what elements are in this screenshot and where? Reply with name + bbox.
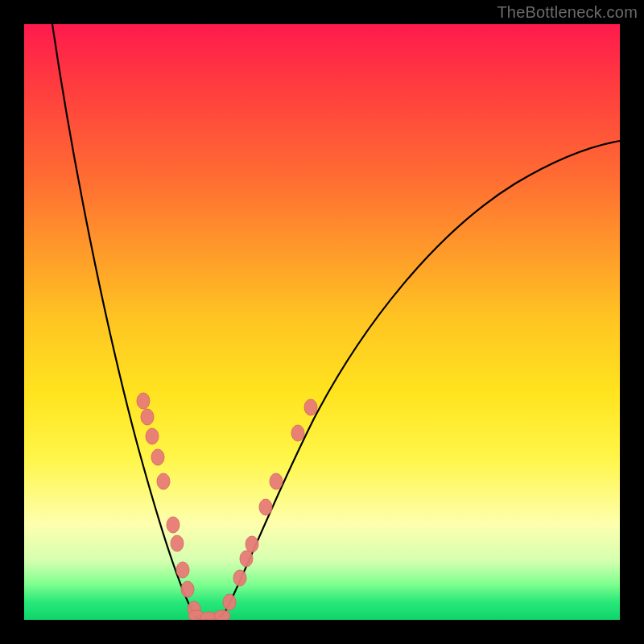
data-marker: [233, 570, 246, 586]
watermark-text: TheBottleneck.com: [497, 3, 638, 22]
data-marker: [304, 399, 317, 415]
chart-frame: [24, 24, 620, 620]
curve-left: [52, 24, 205, 620]
data-marker: [167, 517, 180, 533]
bottleneck-plot: [24, 24, 620, 620]
data-marker: [151, 449, 164, 465]
data-marker: [291, 425, 304, 441]
data-marker: [181, 581, 194, 597]
data-marker: [141, 409, 154, 425]
data-marker: [259, 499, 272, 515]
data-marker: [214, 610, 230, 620]
data-marker: [137, 393, 150, 409]
data-marker: [146, 428, 159, 444]
data-marker: [157, 473, 170, 489]
data-marker: [176, 562, 189, 578]
curve-group: [52, 24, 620, 620]
curve-right: [205, 141, 620, 620]
data-marker: [246, 536, 258, 552]
markers-group: [137, 393, 317, 620]
data-marker: [240, 551, 253, 567]
data-marker: [223, 594, 236, 610]
data-marker: [270, 473, 283, 489]
data-marker: [171, 535, 184, 551]
